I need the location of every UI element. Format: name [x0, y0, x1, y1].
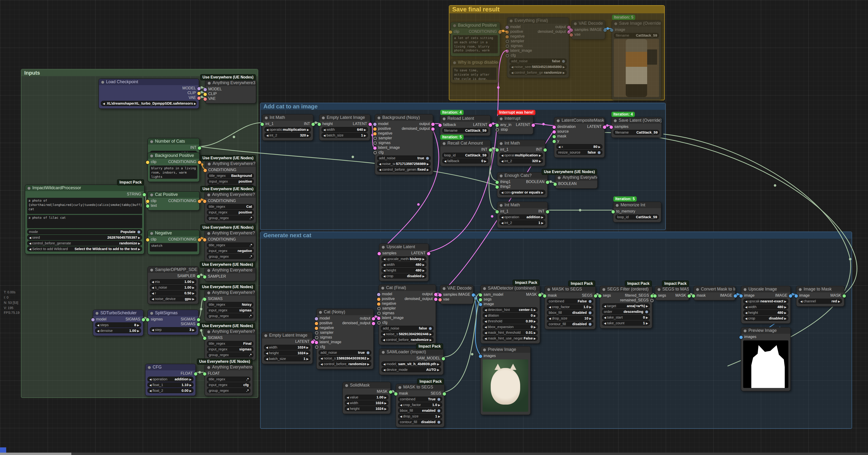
field-widget-title-regex[interactable]: title_regexCat: [207, 204, 254, 209]
input-slot-icon[interactable]: [377, 293, 380, 296]
input-slot-icon[interactable]: [373, 122, 377, 126]
input-slot-icon[interactable]: [612, 210, 615, 213]
toggle-widget-order[interactable]: orderdescending: [602, 309, 650, 314]
combo-widget-width[interactable]: ◀width1024▶: [264, 345, 310, 350]
node-collapse-dot[interactable]: [614, 22, 617, 25]
input-slot-icon[interactable]: [553, 130, 556, 133]
node-reload-latent[interactable]: Iteration: 4Reload LatentfallbackLATENTf…: [440, 115, 491, 136]
combo-right-arrow-icon[interactable]: ▶: [484, 159, 487, 162]
output-slot-icon[interactable]: [489, 123, 492, 127]
combo-widget-noise-seed[interactable]: ◀noise_seed565345219845890▶: [509, 64, 567, 69]
combo-widget-take-count[interactable]: ◀take_count1▶: [602, 321, 650, 326]
node-sam-loader[interactable]: Impact PackSAMLoader (Impact)SAM_MODEL◀m…: [379, 348, 444, 375]
combo-widget-crop-factor[interactable]: ◀crop_factor1.0▶: [547, 304, 593, 309]
input-slot-icon[interactable]: [495, 210, 499, 213]
node-cat-final[interactable]: Cat (Final)modeloutputpositivedenoised_o…: [378, 284, 436, 345]
combo-left-arrow-icon[interactable]: ◀: [400, 415, 402, 418]
node-collapse-dot[interactable]: [150, 312, 153, 314]
input-slot-icon[interactable]: [204, 169, 207, 172]
horizontal-scrollbar[interactable]: [0, 453, 868, 455]
combo-widget-crop[interactable]: ◀cropdisabled▶: [743, 316, 788, 321]
node-sam-detector[interactable]: Impact PackSAMDetector (combined)sam_mod…: [480, 285, 540, 344]
node-mask-to-segs-2[interactable]: Impact PackMASK to SEGSmaskSEGScombinedF…: [545, 286, 596, 330]
combo-widget-operation[interactable]: ◀operationmultiplication▶: [265, 127, 311, 132]
combo-left-arrow-icon[interactable]: ◀: [149, 389, 151, 392]
combo-left-arrow-icon[interactable]: ◀: [103, 102, 105, 105]
combo-right-arrow-icon[interactable]: ▶: [138, 236, 140, 239]
input-slot-icon[interactable]: [692, 294, 695, 297]
input-slot-icon[interactable]: [610, 28, 613, 32]
input-slot-icon[interactable]: [146, 318, 149, 321]
combo-widget-condition[interactable]: ◀conditiongreater or equals▶: [499, 190, 546, 195]
input-slot-icon[interactable]: [739, 294, 743, 297]
output-slot-icon[interactable]: [198, 200, 201, 203]
node-collapse-dot[interactable]: [345, 384, 348, 387]
node-collapse-dot[interactable]: [453, 61, 456, 64]
combo-right-arrow-icon[interactable]: ▶: [539, 154, 541, 157]
combo-widget-control-before-generate[interactable]: ◀control_before_generaterandomize▶: [27, 241, 142, 246]
input-slot-icon[interactable]: [260, 122, 264, 126]
node-collapse-dot[interactable]: [483, 348, 486, 351]
combo-left-arrow-icon[interactable]: ◀: [485, 331, 487, 334]
node-sdturbo-scheduler[interactable]: SDTurboSchedulermodelSIGMAS◀steps8▶◀deno…: [93, 309, 144, 336]
output-slot-icon[interactable]: [443, 392, 446, 395]
combo-left-arrow-icon[interactable]: ◀: [604, 304, 606, 308]
combo-right-arrow-icon[interactable]: ▶: [784, 311, 786, 314]
combo-widget-eta[interactable]: ◀eta1.00▶: [150, 279, 196, 284]
combo-left-arrow-icon[interactable]: ◀: [29, 236, 31, 239]
combo-right-arrow-icon[interactable]: ▶: [384, 401, 386, 404]
input-slot-icon[interactable]: [203, 336, 206, 340]
combo-widget-control-before-generate[interactable]: ◀control_before_generaterandomize▶: [381, 337, 434, 342]
toggle-knob-icon[interactable]: [426, 157, 429, 159]
combo-right-arrow-icon[interactable]: ▶: [646, 316, 648, 319]
node-background-noisy[interactable]: Background (Noisy)modeloutputpositiveden…: [375, 114, 433, 175]
field-widget-input-regex[interactable]: input_regexcfg: [207, 382, 251, 388]
node-interrupt[interactable]: Interrupt was here!Interruptany_inLATENT…: [497, 115, 533, 134]
input-slot-icon[interactable]: [203, 275, 206, 278]
combo-right-arrow-icon[interactable]: ▶: [423, 274, 425, 278]
node-collapse-dot[interactable]: [510, 19, 513, 22]
node-segs-filter-ordered[interactable]: Impact PackSEGS Filter (ordered)segsfilt…: [599, 286, 652, 329]
node-collapse-dot[interactable]: [207, 232, 210, 235]
node-cat-noisy[interactable]: Cat (Noisy)modeloutputpositivedenoised_o…: [316, 309, 374, 369]
combo-right-arrow-icon[interactable]: ▶: [423, 257, 425, 261]
input-slot-icon[interactable]: [377, 311, 381, 315]
combo-left-arrow-icon[interactable]: ◀: [383, 332, 385, 336]
combo-widget-noise-seed[interactable]: ◀noise_seed571713597256989▶: [377, 161, 431, 166]
node-collapse-dot[interactable]: [208, 82, 211, 84]
combo-right-arrow-icon[interactable]: ▶: [137, 329, 139, 332]
combo-left-arrow-icon[interactable]: ◀: [379, 168, 381, 171]
toggle-widget-resize-source[interactable]: resize_sourcefalse: [556, 150, 602, 155]
field-widget-input-regex[interactable]: input_regexpositive: [207, 210, 254, 215]
input-slot-icon[interactable]: [315, 326, 318, 330]
text-widget[interactable]: blurry photo in a living room, indoors, …: [150, 165, 197, 179]
input-slot-icon[interactable]: [373, 132, 377, 135]
combo-right-arrow-icon[interactable]: ▶: [427, 162, 429, 165]
combo-right-arrow-icon[interactable]: ▶: [541, 221, 544, 224]
node-collapse-dot[interactable]: [28, 187, 30, 189]
combo-left-arrow-icon[interactable]: ◀: [511, 65, 513, 68]
input-slot-icon[interactable]: [377, 252, 381, 255]
node-preview-image-cat[interactable]: Preview Imageimages: [480, 346, 531, 415]
combo-right-arrow-icon[interactable]: ▶: [306, 351, 309, 355]
combo-right-arrow-icon[interactable]: ▶: [589, 305, 591, 309]
output-slot-icon[interactable]: [311, 340, 314, 343]
combo-left-arrow-icon[interactable]: ◀: [745, 300, 747, 303]
input-slot-icon[interactable]: [146, 160, 149, 164]
node-collapse-dot[interactable]: [208, 162, 211, 165]
combo-right-arrow-icon[interactable]: ▶: [384, 407, 386, 410]
node-collapse-dot[interactable]: [547, 288, 550, 291]
input-slot-icon[interactable]: [495, 180, 499, 184]
combo-left-arrow-icon[interactable]: ◀: [800, 300, 802, 303]
combo-right-arrow-icon[interactable]: ▶: [539, 159, 541, 162]
input-slot-icon[interactable]: [91, 318, 95, 321]
combo-right-arrow-icon[interactable]: ▶: [367, 357, 369, 360]
combo-left-arrow-icon[interactable]: ◀: [485, 308, 487, 311]
node-collapse-dot[interactable]: [150, 154, 153, 157]
combo-left-arrow-icon[interactable]: ◀: [383, 263, 385, 266]
input-slot-icon[interactable]: [570, 28, 573, 32]
combo-left-arrow-icon[interactable]: ◀: [266, 128, 269, 131]
node-cfg[interactable]: CFGFLOAT◀operationaddition▶◀float_11.10▶…: [145, 364, 196, 396]
node-collapse-dot[interactable]: [207, 269, 210, 272]
field-widget-group-regex[interactable]: group_regex.*: [207, 254, 254, 259]
